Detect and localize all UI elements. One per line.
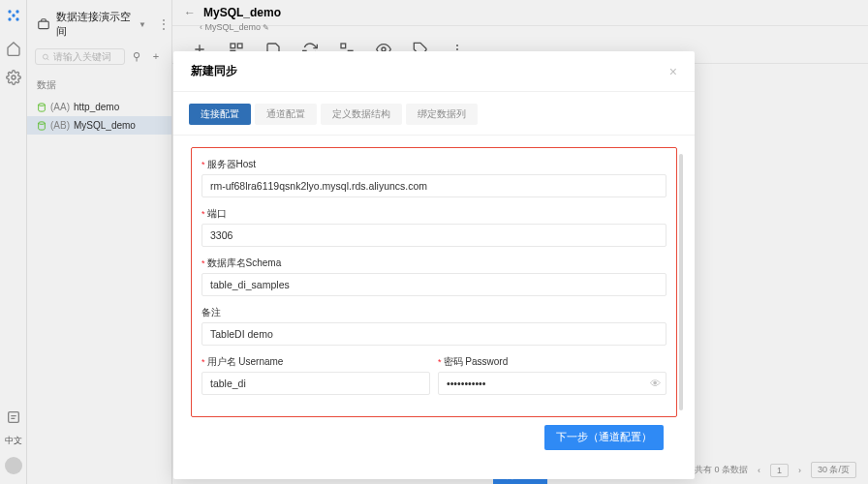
host-label: 服务器Host	[207, 158, 257, 171]
password-label: 密码 Password	[444, 355, 509, 369]
username-label: 用户名 Username	[207, 355, 284, 369]
tab-bar: 连接配置 通道配置 定义数据结构 绑定数据列	[173, 92, 695, 135]
modal: 新建同步 × 连接配置 通道配置 定义数据结构 绑定数据列 *服务器Host *…	[173, 51, 695, 479]
eye-icon[interactable]: 👁	[650, 378, 661, 389]
port-label: 端口	[207, 207, 227, 221]
host-input[interactable]	[202, 174, 666, 197]
modal-overlay: 新建同步 × 连接配置 通道配置 定义数据结构 绑定数据列 *服务器Host *…	[0, 0, 868, 484]
username-input[interactable]	[202, 372, 430, 395]
next-button[interactable]: 下一步（通道配置）	[544, 425, 664, 450]
scrollbar[interactable]	[679, 154, 683, 410]
tab-connect[interactable]: 连接配置	[189, 104, 251, 125]
tab-channel[interactable]: 通道配置	[255, 104, 317, 125]
close-icon[interactable]: ×	[669, 64, 677, 79]
form-highlight-box: *服务器Host *端口 *数据库名Schema 备注 *用户	[191, 147, 677, 417]
modal-title: 新建同步	[191, 63, 237, 79]
schema-label: 数据库名Schema	[207, 257, 282, 270]
password-input[interactable]	[438, 372, 666, 395]
port-input[interactable]	[202, 224, 666, 247]
tab-bind[interactable]: 绑定数据列	[406, 104, 478, 125]
remark-input[interactable]	[202, 322, 666, 346]
tab-schema[interactable]: 定义数据结构	[321, 104, 402, 125]
remark-label: 备注	[202, 306, 221, 319]
schema-input[interactable]	[202, 273, 666, 296]
